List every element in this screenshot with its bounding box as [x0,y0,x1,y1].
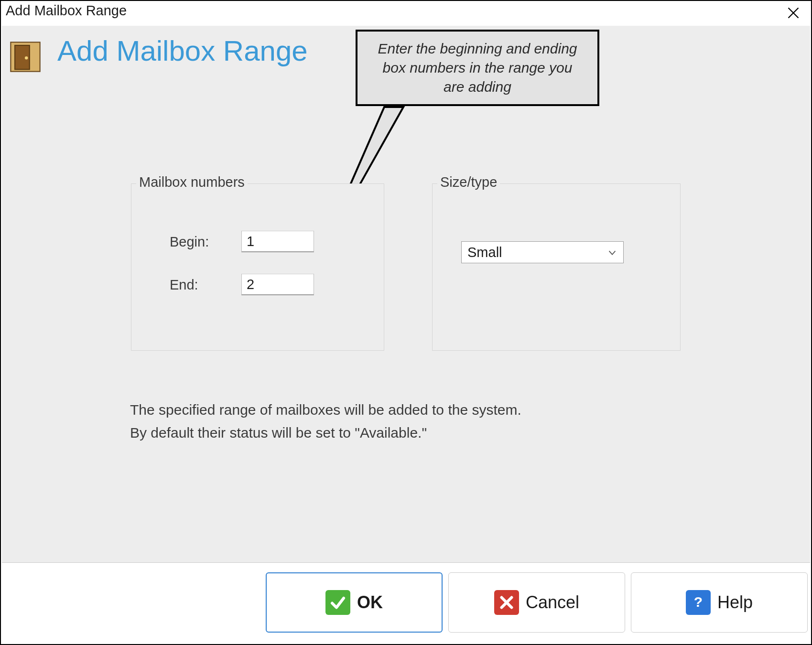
question-icon: ? [686,590,711,615]
begin-label: Begin: [170,234,209,250]
dialog-add-mailbox-range: Add Mailbox Range Add Mailbox Range Ente… [0,0,812,645]
ok-button[interactable]: OK [266,572,443,633]
end-input[interactable] [241,274,314,295]
client-area: Add Mailbox Range Enter the beginning an… [2,26,810,563]
description-text: The specified range of mailboxes will be… [130,398,521,444]
size-type-select-value: Small [467,245,502,260]
svg-text:?: ? [694,594,703,610]
group-mailbox-numbers-legend: Mailbox numbers [136,174,248,190]
help-button-label: Help [717,592,753,613]
group-mailbox-numbers: Mailbox numbers Begin: End: [131,183,384,351]
instruction-callout-text: Enter the beginning and ending box numbe… [371,39,584,97]
cancel-button[interactable]: Cancel [448,572,625,633]
end-label: End: [170,277,198,293]
titlebar: Add Mailbox Range [1,1,811,25]
instruction-callout: Enter the beginning and ending box numbe… [356,30,599,106]
ok-button-label: OK [357,592,383,613]
help-button[interactable]: ? Help [631,572,808,633]
group-size-type-legend: Size/type [437,174,500,190]
door-icon [9,40,42,74]
group-size-type: Size/type Small [432,183,681,351]
size-type-select[interactable]: Small [461,241,624,263]
window-title: Add Mailbox Range [6,3,127,19]
page-title: Add Mailbox Range [57,34,308,67]
close-button[interactable] [784,4,802,22]
svg-point-4 [25,56,28,60]
button-row: OK Cancel ? Help [2,562,810,643]
x-icon [494,590,519,615]
cancel-button-label: Cancel [526,592,579,613]
check-icon [325,590,350,615]
close-icon [787,6,800,20]
chevron-down-icon [607,247,617,258]
begin-input[interactable] [241,231,314,252]
